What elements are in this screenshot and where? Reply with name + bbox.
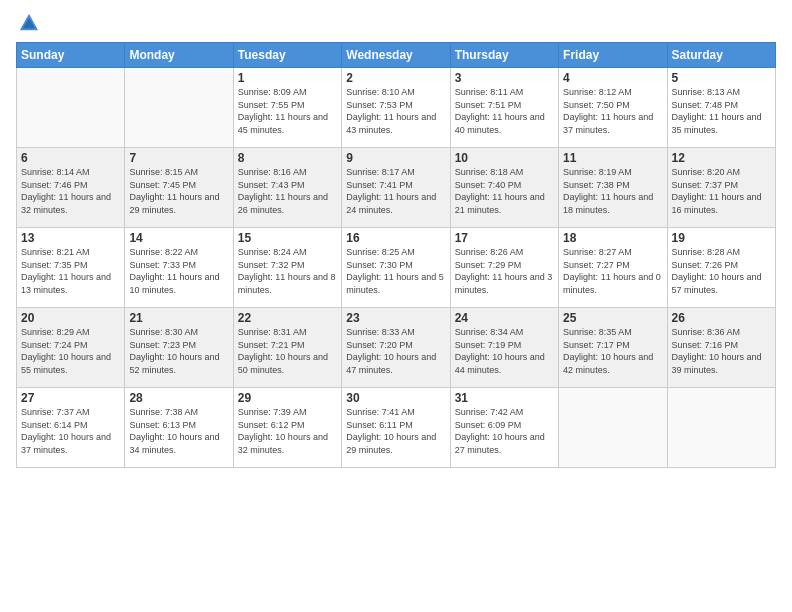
day-info: Sunrise: 8:24 AM Sunset: 7:32 PM Dayligh… xyxy=(238,246,337,296)
day-info: Sunrise: 8:33 AM Sunset: 7:20 PM Dayligh… xyxy=(346,326,445,376)
day-info: Sunrise: 8:35 AM Sunset: 7:17 PM Dayligh… xyxy=(563,326,662,376)
table-row: 27Sunrise: 7:37 AM Sunset: 6:14 PM Dayli… xyxy=(17,388,125,468)
day-number: 29 xyxy=(238,391,337,405)
col-sunday: Sunday xyxy=(17,43,125,68)
page: Sunday Monday Tuesday Wednesday Thursday… xyxy=(0,0,792,612)
day-info: Sunrise: 8:25 AM Sunset: 7:30 PM Dayligh… xyxy=(346,246,445,296)
day-info: Sunrise: 8:17 AM Sunset: 7:41 PM Dayligh… xyxy=(346,166,445,216)
table-row: 19Sunrise: 8:28 AM Sunset: 7:26 PM Dayli… xyxy=(667,228,775,308)
day-number: 9 xyxy=(346,151,445,165)
day-info: Sunrise: 8:16 AM Sunset: 7:43 PM Dayligh… xyxy=(238,166,337,216)
day-number: 21 xyxy=(129,311,228,325)
table-row: 30Sunrise: 7:41 AM Sunset: 6:11 PM Dayli… xyxy=(342,388,450,468)
day-number: 2 xyxy=(346,71,445,85)
table-row: 15Sunrise: 8:24 AM Sunset: 7:32 PM Dayli… xyxy=(233,228,341,308)
day-number: 3 xyxy=(455,71,554,85)
day-info: Sunrise: 8:29 AM Sunset: 7:24 PM Dayligh… xyxy=(21,326,120,376)
col-friday: Friday xyxy=(559,43,667,68)
col-wednesday: Wednesday xyxy=(342,43,450,68)
day-info: Sunrise: 8:13 AM Sunset: 7:48 PM Dayligh… xyxy=(672,86,771,136)
col-thursday: Thursday xyxy=(450,43,558,68)
table-row: 24Sunrise: 8:34 AM Sunset: 7:19 PM Dayli… xyxy=(450,308,558,388)
day-number: 10 xyxy=(455,151,554,165)
day-info: Sunrise: 8:28 AM Sunset: 7:26 PM Dayligh… xyxy=(672,246,771,296)
calendar-week-row: 13Sunrise: 8:21 AM Sunset: 7:35 PM Dayli… xyxy=(17,228,776,308)
col-monday: Monday xyxy=(125,43,233,68)
day-number: 31 xyxy=(455,391,554,405)
table-row: 26Sunrise: 8:36 AM Sunset: 7:16 PM Dayli… xyxy=(667,308,775,388)
day-info: Sunrise: 8:36 AM Sunset: 7:16 PM Dayligh… xyxy=(672,326,771,376)
table-row: 4Sunrise: 8:12 AM Sunset: 7:50 PM Daylig… xyxy=(559,68,667,148)
day-number: 12 xyxy=(672,151,771,165)
table-row xyxy=(17,68,125,148)
day-number: 15 xyxy=(238,231,337,245)
day-number: 4 xyxy=(563,71,662,85)
day-info: Sunrise: 8:34 AM Sunset: 7:19 PM Dayligh… xyxy=(455,326,554,376)
day-info: Sunrise: 8:20 AM Sunset: 7:37 PM Dayligh… xyxy=(672,166,771,216)
table-row xyxy=(667,388,775,468)
day-number: 30 xyxy=(346,391,445,405)
day-info: Sunrise: 8:18 AM Sunset: 7:40 PM Dayligh… xyxy=(455,166,554,216)
day-number: 13 xyxy=(21,231,120,245)
day-number: 25 xyxy=(563,311,662,325)
day-number: 1 xyxy=(238,71,337,85)
calendar-header-row: Sunday Monday Tuesday Wednesday Thursday… xyxy=(17,43,776,68)
table-row: 18Sunrise: 8:27 AM Sunset: 7:27 PM Dayli… xyxy=(559,228,667,308)
table-row: 3Sunrise: 8:11 AM Sunset: 7:51 PM Daylig… xyxy=(450,68,558,148)
header xyxy=(16,12,776,34)
day-info: Sunrise: 8:27 AM Sunset: 7:27 PM Dayligh… xyxy=(563,246,662,296)
col-tuesday: Tuesday xyxy=(233,43,341,68)
table-row: 16Sunrise: 8:25 AM Sunset: 7:30 PM Dayli… xyxy=(342,228,450,308)
table-row: 7Sunrise: 8:15 AM Sunset: 7:45 PM Daylig… xyxy=(125,148,233,228)
day-number: 17 xyxy=(455,231,554,245)
day-number: 11 xyxy=(563,151,662,165)
day-info: Sunrise: 8:21 AM Sunset: 7:35 PM Dayligh… xyxy=(21,246,120,296)
col-saturday: Saturday xyxy=(667,43,775,68)
table-row: 8Sunrise: 8:16 AM Sunset: 7:43 PM Daylig… xyxy=(233,148,341,228)
table-row: 21Sunrise: 8:30 AM Sunset: 7:23 PM Dayli… xyxy=(125,308,233,388)
calendar-week-row: 1Sunrise: 8:09 AM Sunset: 7:55 PM Daylig… xyxy=(17,68,776,148)
table-row: 11Sunrise: 8:19 AM Sunset: 7:38 PM Dayli… xyxy=(559,148,667,228)
day-info: Sunrise: 7:37 AM Sunset: 6:14 PM Dayligh… xyxy=(21,406,120,456)
table-row: 23Sunrise: 8:33 AM Sunset: 7:20 PM Dayli… xyxy=(342,308,450,388)
calendar-week-row: 20Sunrise: 8:29 AM Sunset: 7:24 PM Dayli… xyxy=(17,308,776,388)
day-number: 20 xyxy=(21,311,120,325)
table-row: 13Sunrise: 8:21 AM Sunset: 7:35 PM Dayli… xyxy=(17,228,125,308)
day-number: 26 xyxy=(672,311,771,325)
day-info: Sunrise: 8:12 AM Sunset: 7:50 PM Dayligh… xyxy=(563,86,662,136)
day-info: Sunrise: 8:31 AM Sunset: 7:21 PM Dayligh… xyxy=(238,326,337,376)
logo-icon xyxy=(18,12,40,34)
day-number: 16 xyxy=(346,231,445,245)
day-info: Sunrise: 8:09 AM Sunset: 7:55 PM Dayligh… xyxy=(238,86,337,136)
table-row: 25Sunrise: 8:35 AM Sunset: 7:17 PM Dayli… xyxy=(559,308,667,388)
table-row: 5Sunrise: 8:13 AM Sunset: 7:48 PM Daylig… xyxy=(667,68,775,148)
day-info: Sunrise: 8:19 AM Sunset: 7:38 PM Dayligh… xyxy=(563,166,662,216)
day-number: 28 xyxy=(129,391,228,405)
day-number: 19 xyxy=(672,231,771,245)
table-row: 2Sunrise: 8:10 AM Sunset: 7:53 PM Daylig… xyxy=(342,68,450,148)
logo xyxy=(16,12,40,34)
day-info: Sunrise: 8:15 AM Sunset: 7:45 PM Dayligh… xyxy=(129,166,228,216)
day-info: Sunrise: 8:26 AM Sunset: 7:29 PM Dayligh… xyxy=(455,246,554,296)
day-number: 22 xyxy=(238,311,337,325)
day-info: Sunrise: 8:30 AM Sunset: 7:23 PM Dayligh… xyxy=(129,326,228,376)
table-row: 29Sunrise: 7:39 AM Sunset: 6:12 PM Dayli… xyxy=(233,388,341,468)
day-info: Sunrise: 8:11 AM Sunset: 7:51 PM Dayligh… xyxy=(455,86,554,136)
day-number: 18 xyxy=(563,231,662,245)
day-number: 27 xyxy=(21,391,120,405)
day-number: 7 xyxy=(129,151,228,165)
table-row: 28Sunrise: 7:38 AM Sunset: 6:13 PM Dayli… xyxy=(125,388,233,468)
table-row: 20Sunrise: 8:29 AM Sunset: 7:24 PM Dayli… xyxy=(17,308,125,388)
table-row xyxy=(125,68,233,148)
calendar: Sunday Monday Tuesday Wednesday Thursday… xyxy=(16,42,776,468)
table-row: 17Sunrise: 8:26 AM Sunset: 7:29 PM Dayli… xyxy=(450,228,558,308)
day-info: Sunrise: 7:42 AM Sunset: 6:09 PM Dayligh… xyxy=(455,406,554,456)
day-info: Sunrise: 7:38 AM Sunset: 6:13 PM Dayligh… xyxy=(129,406,228,456)
calendar-week-row: 6Sunrise: 8:14 AM Sunset: 7:46 PM Daylig… xyxy=(17,148,776,228)
table-row: 9Sunrise: 8:17 AM Sunset: 7:41 PM Daylig… xyxy=(342,148,450,228)
day-number: 14 xyxy=(129,231,228,245)
day-number: 24 xyxy=(455,311,554,325)
table-row: 6Sunrise: 8:14 AM Sunset: 7:46 PM Daylig… xyxy=(17,148,125,228)
table-row: 1Sunrise: 8:09 AM Sunset: 7:55 PM Daylig… xyxy=(233,68,341,148)
table-row: 10Sunrise: 8:18 AM Sunset: 7:40 PM Dayli… xyxy=(450,148,558,228)
